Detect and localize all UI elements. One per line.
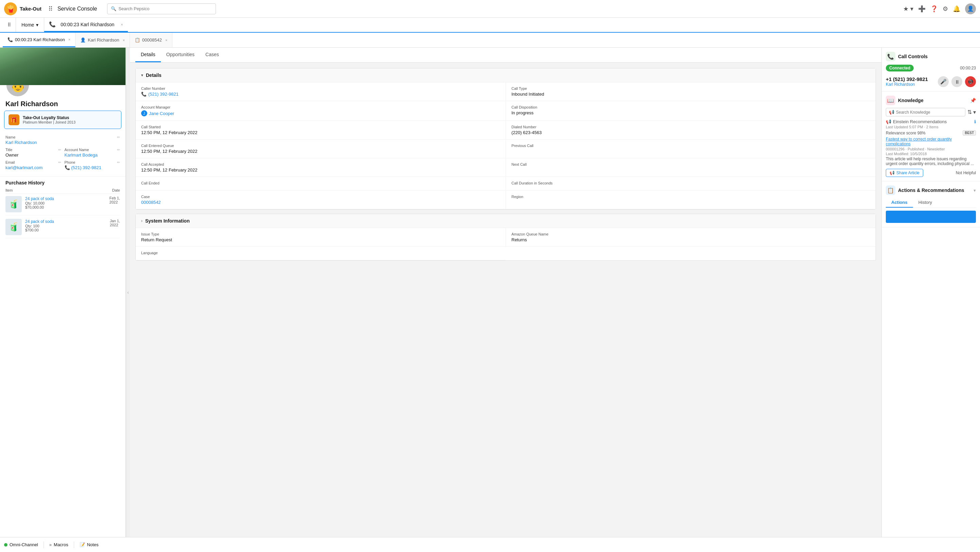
einstein-label: 📢 Einstein Recommendations xyxy=(886,119,947,124)
issue-type-label: Issue Type xyxy=(141,232,500,236)
call-tab[interactable]: 📞 00:00:23 Karl Richardson × xyxy=(44,18,127,32)
call-started-label: Call Started xyxy=(141,125,500,129)
app-logo: 🍟 xyxy=(4,2,17,15)
call-tab-label: 00:00:23 Karl Richardson xyxy=(60,22,114,27)
knowledge-pin-icon[interactable]: 📌 xyxy=(970,98,976,103)
tab-details[interactable]: Details xyxy=(135,48,161,62)
actions-recommendations-section: 📋 Actions & Recommendations ▾ Actions Hi… xyxy=(882,181,980,227)
tab-call-icon: 📞 xyxy=(8,37,13,42)
email-edit-icon[interactable]: ✏ xyxy=(58,160,61,170)
call-tab-close[interactable]: × xyxy=(121,22,123,27)
ar-tab-actions[interactable]: Actions xyxy=(886,198,913,207)
field-phone: Phone 📞 (521) 392-9821 xyxy=(65,160,113,170)
email-value[interactable]: karl@karlmart.com xyxy=(5,165,53,170)
relevance-row: Relevance score 98% BEST xyxy=(886,130,976,136)
sort-icon[interactable]: ⇅ ▾ xyxy=(967,109,976,115)
purchase-table-header: Item Date xyxy=(5,188,120,194)
notes-item[interactable]: 📝 Notes xyxy=(80,542,99,547)
details-section-header[interactable]: ▾ Details xyxy=(136,69,876,82)
phone-edit-icon[interactable]: ✏ xyxy=(117,160,120,170)
loyalty-title: Take-Out Loyalty Status xyxy=(23,115,75,120)
grid-icon[interactable]: ⠿ xyxy=(48,5,53,13)
settings-button[interactable]: ⚙ xyxy=(943,5,948,13)
omnichannel-item[interactable]: Omni-Channel xyxy=(4,542,38,547)
item-price: $70,000.00 xyxy=(25,205,106,209)
ar-dropdown-icon[interactable]: ▾ xyxy=(974,188,976,193)
loyalty-card: 🎁 Take-Out Loyalty Status Platinum Membe… xyxy=(4,111,121,129)
article-title[interactable]: Fastest way to correct order quantity co… xyxy=(886,137,976,146)
phone-value[interactable]: 📞 (521) 392-9821 xyxy=(65,165,113,170)
tab-cases[interactable]: Cases xyxy=(200,48,224,62)
share-article-button[interactable]: 📢 Share Article xyxy=(886,169,923,177)
item-qty: Qty: 10,000 xyxy=(25,201,106,205)
field-account: Account Name Karlmart Bodega xyxy=(65,148,113,158)
field-next-call: Next Call xyxy=(506,158,876,177)
details-section-title: Details xyxy=(146,72,162,78)
case-value[interactable]: 00008542 xyxy=(141,200,500,205)
call-controls-section: 📞 Call Controls Connected 00:00:23 +1 (5… xyxy=(882,48,980,91)
user-avatar[interactable]: 👤 xyxy=(965,3,976,14)
tab-person-close[interactable]: × xyxy=(123,38,125,42)
global-search-bar[interactable]: 🔍 xyxy=(107,3,216,14)
field-call-entered-queue: Call Entered Queue 12:50 PM, 12 February… xyxy=(136,140,506,158)
system-info-header[interactable]: › System Information xyxy=(136,214,876,228)
account-value[interactable]: Karlmart Bodega xyxy=(65,152,113,158)
macros-label: Macros xyxy=(54,542,68,547)
knowledge-megaphone-icon: 📢 xyxy=(889,110,894,115)
name-value[interactable]: Karl Richardson xyxy=(5,140,112,145)
add-button[interactable]: ➕ xyxy=(918,5,926,13)
title-edit-icon[interactable]: ✏ xyxy=(58,148,61,158)
field-row-title-account: Title Owner ✏ Account Name Karlmart Bode… xyxy=(5,148,120,158)
phone-label: Phone xyxy=(65,160,113,164)
phone-icon: 📞 xyxy=(49,21,56,27)
omnichannel-label: Omni-Channel xyxy=(10,542,38,547)
favorites-button[interactable]: ★ ▾ xyxy=(903,5,913,13)
bell-button[interactable]: 🔔 xyxy=(953,5,960,13)
content-tabs: Details Opportunities Cases xyxy=(130,48,881,62)
loyalty-icon: 🎁 xyxy=(8,114,19,125)
not-helpful-button[interactable]: Not Helpful xyxy=(956,171,976,175)
title-value: Owner xyxy=(5,152,53,158)
grid-menu-button[interactable]: ⠿ xyxy=(3,18,16,32)
item-name-link[interactable]: 24 pack of soda xyxy=(25,196,54,201)
account-manager-label: Account Manager xyxy=(141,105,500,109)
logo-area: 🍟 Take-Out xyxy=(4,2,41,15)
tab-case-close[interactable]: × xyxy=(165,38,167,42)
call-controls-icon: 📞 xyxy=(886,52,895,61)
hold-button[interactable]: ⏸ xyxy=(951,76,963,87)
macros-item[interactable]: » Macros xyxy=(49,542,68,547)
name-edit-icon[interactable]: ✏ xyxy=(117,135,120,145)
caller-number-value[interactable]: 📞 (521) 392-9821 xyxy=(141,91,500,97)
end-call-button[interactable]: 📵 xyxy=(965,76,976,87)
search-icon: 🔍 xyxy=(111,6,116,11)
sidebar-collapse-handle[interactable]: ‹ xyxy=(126,48,130,537)
item-name-link[interactable]: 24 pack of soda xyxy=(25,219,54,224)
ar-action-content xyxy=(886,211,976,223)
call-person-link[interactable]: Karl Richardson xyxy=(886,82,928,87)
global-search-input[interactable] xyxy=(118,6,212,11)
item-info: 24 pack of soda Qty: 100 $700.00 xyxy=(25,219,107,232)
call-entered-queue-value: 12:50 PM, 12 February 2022 xyxy=(141,149,500,154)
amazon-queue-label: Amazon Queue Name xyxy=(511,232,870,236)
issue-type-value: Return Request xyxy=(141,237,500,242)
account-edit-icon[interactable]: ✏ xyxy=(117,148,120,158)
macros-icon: » xyxy=(49,542,52,547)
tab-call-close[interactable]: × xyxy=(68,37,70,41)
mute-button[interactable]: 🎤 xyxy=(938,76,949,87)
tab-call[interactable]: 📞 00:00:23 Karl Richardson × xyxy=(3,33,75,47)
content-body: ▾ Details Caller Number 📞 (521) 392-9821 xyxy=(130,62,881,537)
bottom-bar: Omni-Channel » Macros 📝 Notes xyxy=(0,537,980,552)
knowledge-search-bar[interactable]: 📢 xyxy=(886,108,966,116)
ar-tab-history[interactable]: History xyxy=(913,198,937,207)
tab-case[interactable]: 📋 00008542 × xyxy=(130,33,172,47)
info-icon[interactable]: ℹ xyxy=(974,119,976,124)
nav-home[interactable]: Home ▾ xyxy=(16,18,44,32)
knowledge-search-input[interactable] xyxy=(896,110,963,115)
field-case: Case 00008542 xyxy=(136,191,506,209)
help-button[interactable]: ❓ xyxy=(931,5,938,13)
account-manager-value[interactable]: J Jane Cooper xyxy=(141,110,500,116)
tab-opportunities[interactable]: Opportunities xyxy=(161,48,200,62)
field-call-accepted: Call Accepted 12:50 PM, 12 February 2022 xyxy=(136,158,506,177)
tab-person[interactable]: 👤 Karl Richardson × xyxy=(75,33,130,47)
call-disposition-value: In progress xyxy=(511,110,870,115)
